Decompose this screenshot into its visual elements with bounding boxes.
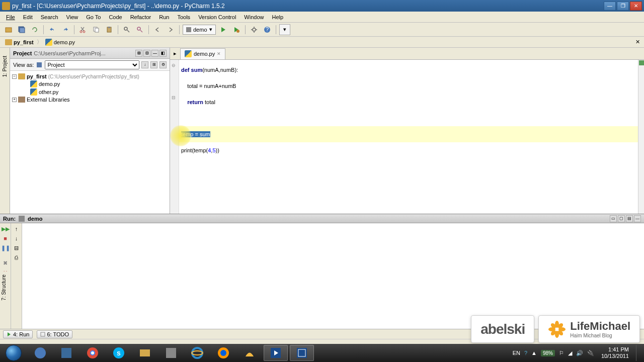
new-tab-icon[interactable]: ▸	[170, 49, 180, 59]
dropdown-icon[interactable]: ▾	[279, 24, 290, 35]
copy-icon[interactable]	[91, 24, 102, 35]
flag-icon[interactable]: ⚐	[559, 350, 564, 356]
taskbar-item[interactable]	[54, 345, 78, 361]
tray-clock[interactable]: 1:41 PM 10/13/2011	[598, 346, 632, 359]
menu-tools[interactable]: Tools	[173, 13, 194, 21]
taskbar-firefox[interactable]	[211, 345, 235, 361]
float-icon[interactable]: ◧	[159, 50, 167, 57]
gear-icon[interactable]: ⚙	[159, 61, 167, 68]
close-panel-icon[interactable]: ▤	[626, 215, 633, 222]
open-icon[interactable]	[3, 24, 14, 35]
maximize-button[interactable]: ❐	[617, 2, 629, 11]
menu-code[interactable]: Code	[105, 13, 126, 21]
menu-help[interactable]: Help	[268, 13, 287, 21]
stop-icon[interactable]: ■	[2, 234, 10, 242]
menu-refactor[interactable]: Refactor	[126, 13, 155, 21]
print-icon[interactable]: ⎙	[13, 253, 21, 261]
rerun-icon[interactable]: ▶▶	[2, 225, 10, 233]
status-run-button[interactable]: 4: Run	[3, 330, 33, 338]
network-icon[interactable]: ◢	[568, 350, 572, 356]
redo-icon[interactable]	[60, 24, 71, 35]
status-todo-button[interactable]: 6: TODO	[37, 330, 72, 338]
menu-window[interactable]: Window	[240, 13, 268, 21]
taskbar-ie[interactable]	[185, 345, 209, 361]
menu-run[interactable]: Run	[155, 13, 173, 21]
run-output[interactable]	[22, 223, 644, 329]
menu-file[interactable]: File	[2, 13, 19, 21]
breadcrumb-project[interactable]: py_first	[3, 39, 36, 45]
back-icon[interactable]	[152, 24, 163, 35]
hide-panel-icon[interactable]: —	[634, 215, 641, 222]
taskbar-chrome[interactable]	[80, 345, 105, 361]
minimize-button[interactable]: —	[604, 2, 616, 11]
taskbar-item[interactable]	[237, 345, 262, 361]
menu-version-control[interactable]: Version Control	[194, 13, 240, 21]
sync-icon[interactable]	[29, 24, 40, 35]
expander-icon[interactable]: −	[12, 74, 17, 79]
menu-edit[interactable]: Edit	[19, 13, 37, 21]
paste-icon[interactable]	[104, 24, 115, 35]
menu-search[interactable]: Search	[37, 13, 62, 21]
taskbar-skype[interactable]: S	[107, 345, 131, 361]
start-button[interactable]	[0, 344, 27, 362]
editor-body[interactable]: ⊖ ⊟ def sum(numA,numB): total = numA+num…	[170, 60, 644, 214]
menu-view[interactable]: View	[62, 13, 83, 21]
tray-language[interactable]: EN	[513, 350, 520, 356]
volume-icon[interactable]: 🔊	[576, 350, 583, 356]
tree-file-other[interactable]: other.py	[12, 88, 168, 96]
hide-icon[interactable]: —	[151, 50, 158, 57]
show-desktop-button[interactable]	[636, 345, 640, 361]
fold-start-icon[interactable]: ⊖	[172, 63, 176, 68]
run-icon[interactable]	[218, 24, 229, 35]
taskbar-item[interactable]	[159, 345, 183, 361]
tab-project[interactable]: 1: Project	[1, 53, 9, 80]
up-icon[interactable]: ↑	[13, 225, 21, 233]
cut-icon[interactable]	[77, 24, 89, 35]
expander-icon[interactable]: +	[12, 98, 17, 102]
help-icon[interactable]: ?	[262, 24, 273, 35]
error-stripe[interactable]	[638, 60, 644, 214]
taskbar-item-active[interactable]	[290, 345, 314, 361]
run-config-name: demo	[193, 27, 207, 33]
power-icon[interactable]: 🔌	[587, 350, 594, 356]
tree-external-libraries[interactable]: + External Libraries	[12, 96, 168, 103]
wrap-icon[interactable]: ⊟	[13, 244, 21, 252]
taskbar-explorer[interactable]	[133, 345, 157, 361]
menu-goto[interactable]: Go To	[82, 13, 105, 21]
tab-close-icon[interactable]: ✕	[217, 51, 221, 56]
down-icon[interactable]: ↓	[13, 234, 21, 242]
breadcrumb-file[interactable]: demo.py	[43, 39, 77, 46]
collapse-icon[interactable]: ⊡	[143, 50, 150, 57]
tree-file-demo[interactable]: demo.py	[12, 80, 168, 88]
scroll-to-icon[interactable]: ⊟	[135, 50, 142, 57]
close-run-icon[interactable]: ✖	[2, 259, 10, 267]
undo-icon[interactable]	[47, 24, 58, 35]
find-icon[interactable]	[121, 24, 132, 35]
save-all-icon[interactable]	[16, 24, 27, 35]
navbar-close-icon[interactable]: ✕	[634, 39, 641, 46]
autoscroll-icon[interactable]: ↓	[141, 61, 148, 68]
restore-icon[interactable]: ▢	[618, 215, 625, 222]
code-area[interactable]: def sum(numA,numB): total = numA+numB re…	[179, 60, 638, 214]
battery-indicator[interactable]: 98%	[541, 350, 555, 356]
editor-gutter[interactable]: ⊖ ⊟	[170, 60, 179, 214]
forward-icon[interactable]	[165, 24, 176, 35]
tab-structure[interactable]: 7: Structure	[0, 272, 8, 304]
view-as-select[interactable]: Project	[45, 60, 139, 69]
stripe-marker-icon[interactable]	[639, 60, 644, 65]
close-button[interactable]: ✕	[630, 2, 642, 11]
replace-icon[interactable]	[134, 24, 145, 35]
taskbar-item[interactable]	[28, 345, 52, 361]
pause-icon[interactable]: ❚❚	[2, 244, 10, 252]
fold-end-icon[interactable]: ⊟	[172, 95, 176, 100]
tree-root[interactable]: − py_first (C:\Users\user\PycharmProject…	[12, 73, 168, 80]
run-config-selector[interactable]: demo ▾	[183, 25, 216, 35]
help-tray-icon[interactable]: ?	[524, 350, 527, 356]
editor-tab-demo[interactable]: demo.py ✕	[180, 48, 225, 59]
flatten-icon[interactable]: ⊞	[150, 61, 157, 68]
debug-icon[interactable]	[231, 24, 242, 35]
taskbar-item-active[interactable]	[264, 345, 288, 361]
settings-icon[interactable]	[249, 24, 260, 35]
tray-arrow-icon[interactable]: ▲	[531, 350, 537, 356]
pin-icon[interactable]: ▭	[610, 215, 617, 222]
